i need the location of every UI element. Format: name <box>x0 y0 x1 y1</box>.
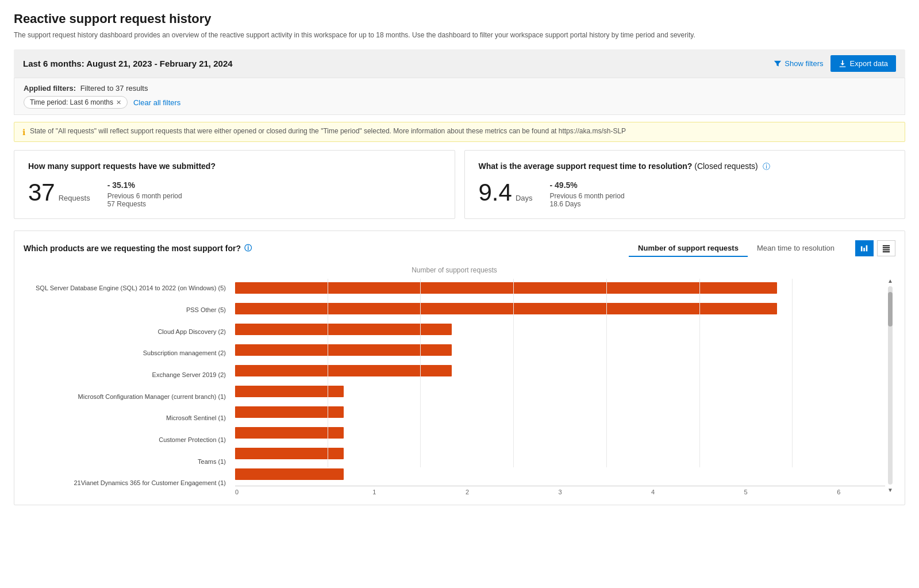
metric-card-requests: How many support requests have we submit… <box>14 150 455 219</box>
bar <box>235 324 452 335</box>
chart-y-labels: SQL Server Database Engine (SQL) 2014 to… <box>24 279 230 495</box>
chart-tabs: Number of support requests Mean time to … <box>629 240 844 257</box>
bar <box>235 303 777 314</box>
chart-bars-area: 0123456 <box>230 279 885 495</box>
bar-row <box>235 362 885 380</box>
scroll-up-arrow[interactable]: ▲ <box>887 278 893 284</box>
x-tick: 0 <box>235 489 328 495</box>
export-data-button[interactable]: Export data <box>830 55 897 72</box>
tab-mean-time[interactable]: Mean time to resolution <box>748 240 844 257</box>
bars-rows <box>235 279 885 483</box>
show-filters-button[interactable]: Show filters <box>774 59 823 68</box>
filter-tags-row: Time period: Last 6 months ✕ Clear all f… <box>24 96 895 109</box>
table-icon <box>882 244 890 252</box>
metric-1-unit: Requests <box>59 194 90 202</box>
bar <box>235 427 344 439</box>
metric-1-big: 37 Requests <box>28 180 90 205</box>
tab-number-of-requests[interactable]: Number of support requests <box>629 240 748 257</box>
x-tick: 6 <box>792 489 885 495</box>
export-icon <box>839 60 847 68</box>
chart-x-axis: 0123456 <box>235 486 885 495</box>
bar <box>235 386 344 397</box>
bar-row <box>235 403 885 421</box>
metric-2-change: - 49.5% <box>550 180 625 190</box>
metric-card-1-title: How many support requests have we submit… <box>28 161 441 172</box>
metric-1-change: - 35.1% <box>107 180 182 190</box>
metric-card-resolution: What is the average support request time… <box>464 150 906 219</box>
metric-2-main-row: 9.4 Days - 49.5% Previous 6 month period… <box>479 180 891 208</box>
metric-2-prev-label: Previous 6 month period <box>550 192 625 200</box>
metric-2-unit: Days <box>516 194 533 202</box>
bar-row <box>235 320 885 339</box>
filter-tag-remove[interactable]: ✕ <box>116 99 121 106</box>
metric-card-2-title: What is the average support request time… <box>479 161 891 172</box>
chart-info-icon: ⓘ <box>244 243 252 253</box>
y-label: PSS Other (5) <box>24 301 226 319</box>
metric-2-comparison: - 49.5% Previous 6 month period 18.6 Day… <box>550 180 625 208</box>
y-label: Teams (1) <box>24 452 226 471</box>
bar-chart-view-button[interactable] <box>855 240 874 256</box>
x-tick: 3 <box>514 489 607 495</box>
table-view-button[interactable] <box>877 240 895 256</box>
bar-row <box>235 341 885 359</box>
info-icon: ℹ <box>22 128 25 137</box>
y-label: Exchange Server 2019 (2) <box>24 366 226 384</box>
bar <box>235 344 452 356</box>
svg-rect-4 <box>883 247 890 248</box>
y-label: SQL Server Database Engine (SQL) 2014 to… <box>24 279 226 297</box>
bar <box>235 282 777 294</box>
chart-scrollbar[interactable]: ▲ ▼ <box>885 266 895 495</box>
x-tick: 4 <box>606 489 699 495</box>
chart-inner: Number of support requests SQL Server Da… <box>24 266 885 495</box>
page-title: Reactive support request history <box>14 11 905 26</box>
scroll-thumb[interactable] <box>888 292 893 326</box>
metric-1-number: 37 <box>28 180 55 205</box>
y-label: Customer Protection (1) <box>24 431 226 449</box>
chart-view-buttons <box>855 240 895 256</box>
info-banner: ℹ State of "All requests" will reflect s… <box>14 122 905 142</box>
bar-row <box>235 465 885 483</box>
bars-container <box>235 279 885 483</box>
x-tick: 1 <box>328 489 421 495</box>
metric-1-comparison: - 35.1% Previous 6 month period 57 Reque… <box>107 180 182 208</box>
svg-rect-1 <box>863 248 865 251</box>
metric-1-prev-value: 57 Requests <box>107 200 182 208</box>
metric-1-prev-label: Previous 6 month period <box>107 192 182 200</box>
y-label: 21Vianet Dynamics 365 for Customer Engag… <box>24 474 226 493</box>
metric-1-main-row: 37 Requests - 35.1% Previous 6 month per… <box>28 180 441 208</box>
scroll-down-arrow[interactable]: ▼ <box>887 487 893 493</box>
svg-rect-3 <box>883 245 890 247</box>
y-label: Microsoft Sentinel (1) <box>24 409 226 428</box>
filters-bar: Applied filters: Filtered to 37 results … <box>14 78 905 115</box>
x-tick: 2 <box>421 489 514 495</box>
chart-controls: Number of support requests Mean time to … <box>629 240 895 257</box>
clear-all-filters-link[interactable]: Clear all filters <box>133 98 180 107</box>
chart-header: Which products are we requesting the mos… <box>24 240 895 257</box>
scroll-track <box>888 286 893 485</box>
metric-2-big: 9.4 Days <box>479 180 533 205</box>
bar <box>235 468 344 480</box>
date-bar: Last 6 months: August 21, 2023 - Februar… <box>14 49 905 78</box>
chart-content: SQL Server Database Engine (SQL) 2014 to… <box>24 279 885 495</box>
bar-row <box>235 299 885 318</box>
bar-row <box>235 444 885 463</box>
y-label: Microsoft Configuration Manager (current… <box>24 387 226 406</box>
filter-tag-timeperiod: Time period: Last 6 months ✕ <box>24 96 128 109</box>
date-bar-actions: Show filters Export data <box>774 55 896 72</box>
metrics-row: How many support requests have we submit… <box>14 150 905 219</box>
info-icon-2: ⓘ <box>763 162 770 171</box>
chart-section: Which products are we requesting the mos… <box>14 230 905 505</box>
svg-rect-2 <box>866 245 868 252</box>
bar-row <box>235 382 885 401</box>
chart-body: Number of support requests SQL Server Da… <box>24 266 895 495</box>
date-range-label: Last 6 months: August 21, 2023 - Februar… <box>23 59 233 68</box>
x-tick: 5 <box>699 489 793 495</box>
applied-filters-label: Applied filters: Filtered to 37 results <box>24 84 895 93</box>
page-wrapper: Reactive support request history The sup… <box>0 0 919 588</box>
page-subtitle: The support request history dashboard pr… <box>14 30 905 40</box>
bar <box>235 448 344 459</box>
bar <box>235 406 344 418</box>
filter-icon <box>774 60 782 68</box>
y-label: Subscription management (2) <box>24 344 226 363</box>
svg-rect-0 <box>861 247 863 252</box>
